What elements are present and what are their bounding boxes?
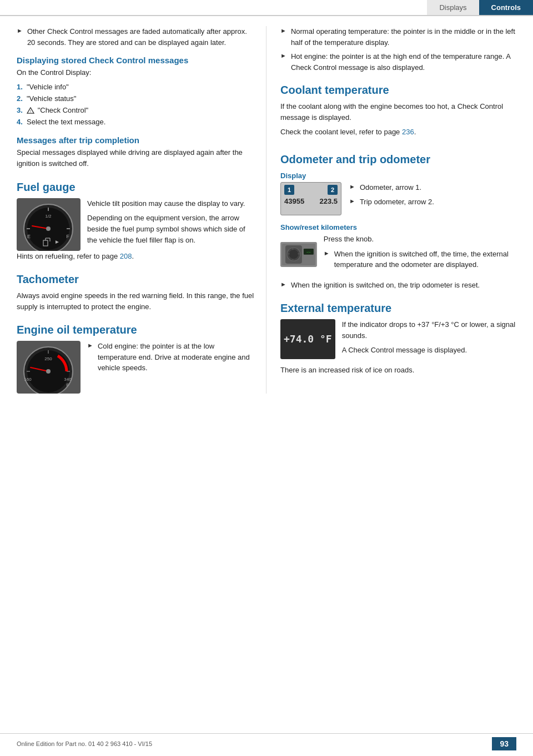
oil-bullet3: ► Hot engine: the pointer is at the high… <box>280 51 522 73</box>
svg-rect-38 <box>298 254 300 255</box>
fuel-gauge-heading: Fuel gauge <box>17 181 255 194</box>
oil-bullet1-arrow: ► <box>87 342 93 349</box>
list-item-3: 3. ! "Check Control" <box>17 105 255 117</box>
odo-bullet2: ► Trip odometer, arrow 2. <box>349 196 434 208</box>
svg-text:F: F <box>67 382 69 387</box>
svg-text:►: ► <box>54 239 60 245</box>
step-text-2: "Vehicle status" <box>27 93 76 105</box>
header-tabs: Displays Controls <box>0 0 533 16</box>
knob-image: --:-- <box>280 234 317 275</box>
svg-text:250: 250 <box>44 356 52 361</box>
step-num-3: 3. <box>17 105 27 117</box>
step-text-1: "Vehicle info" <box>27 82 69 93</box>
oil-bullet2-arrow: ► <box>280 27 286 34</box>
tachometer-heading: Tachometer <box>17 273 255 286</box>
knob-section: --:-- Press the knob. ► When the ignitio… <box>280 234 522 275</box>
ext-temp-text: If the indicator drops to +37 °F/+3 °C o… <box>342 319 522 359</box>
odometer-heading: Odometer and trip odometer <box>280 153 522 166</box>
odo-arrow1: 1 <box>284 185 294 195</box>
page-number: 93 <box>492 737 516 750</box>
knob-bullet1-text: When the ignition is switched off, the t… <box>334 249 522 270</box>
bullet-other-text: Other Check Control messages are faded a… <box>27 26 255 48</box>
step-num-1: 1. <box>17 82 27 93</box>
section1-intro: On the Control Display: <box>17 67 255 78</box>
ext-temp-para2: A Check Control message is displayed. <box>342 345 522 356</box>
oil-bullet3-text: Hot engine: the pointer is at the high e… <box>291 51 522 73</box>
check-control-steps: 1. "Vehicle info" 2. "Vehicle status" 3.… <box>17 82 255 128</box>
fuel-page-link[interactable]: 208 <box>120 252 132 260</box>
knob-text: Press the knob. ► When the ignition is s… <box>324 234 522 273</box>
ext-temp-value: +74.0 °F <box>284 333 332 345</box>
svg-point-29 <box>46 369 51 374</box>
svg-rect-37 <box>288 254 290 255</box>
left-column: ► Other Check Control messages are faded… <box>0 26 266 394</box>
knob-bullet2-text: When the ignition is switched on, the tr… <box>291 280 480 291</box>
display-subheading: Display <box>280 172 522 180</box>
ext-temp-para1: If the indicator drops to +37 °F/+3 °C o… <box>342 319 522 341</box>
knob-bullet1: ► When the ignition is switched off, the… <box>324 249 522 270</box>
fuel-gauge-section: E F 1/2 ► Vehicle tilt position may caus… <box>17 198 255 251</box>
engine-oil-heading: Engine oil temperature <box>17 324 255 336</box>
engine-oil-section: 160 250 340 F ► Cold engine: the pointer… <box>17 341 255 394</box>
svg-rect-36 <box>293 259 294 261</box>
odo-arrow2: 2 <box>328 185 338 195</box>
ext-temp-display: +74.0 °F <box>280 319 335 359</box>
warning-triangle-icon: ! <box>27 107 34 114</box>
odo-bullet2-text: Trip odometer, arrow 2. <box>360 196 434 208</box>
coolant-page-link[interactable]: 236 <box>402 128 414 136</box>
fuel-gauge-image: E F 1/2 ► <box>17 198 81 251</box>
svg-text:160: 160 <box>24 377 32 382</box>
bullet-other-check-control: ► Other Check Control messages are faded… <box>17 26 255 48</box>
coolant-para2: Check the coolant level, refer to page 2… <box>280 127 522 138</box>
page-content: ► Other Check Control messages are faded… <box>0 16 533 394</box>
odo-bullet1-arrow: ► <box>349 183 355 190</box>
coolant-para1: If the coolant along with the engine bec… <box>280 101 522 123</box>
svg-text:F: F <box>66 234 69 239</box>
tab-controls[interactable]: Controls <box>479 0 533 15</box>
odometer-image-wrapper: 1 2 43955 223.5 <box>280 182 341 218</box>
ext-temp-heading: External temperature <box>280 302 522 315</box>
oil-bullet1: ► Cold engine: the pointer is at the low… <box>87 341 255 374</box>
oil-bullet2-text: Normal operating temperature: the pointe… <box>291 26 522 48</box>
coolant-heading: Coolant temperature <box>280 84 522 97</box>
oil-bullet3-arrow: ► <box>280 52 286 59</box>
step-text-3: ! "Check Control" <box>27 105 88 117</box>
svg-rect-35 <box>293 248 294 250</box>
ext-temp-section: +74.0 °F If the indicator drops to +37 °… <box>280 319 522 361</box>
footer: Online Edition for Part no. 01 40 2 963 … <box>0 733 533 750</box>
knob-bullet1-arrow: ► <box>324 250 330 256</box>
press-knob-text: Press the knob. <box>324 234 522 245</box>
svg-point-12 <box>46 226 51 231</box>
knob-bullet2: ► When the ignition is switched on, the … <box>280 280 522 291</box>
right-column: ► Normal operating temperature: the poin… <box>266 26 533 394</box>
svg-text:--:--: --:-- <box>306 251 311 254</box>
list-item-1: 1. "Vehicle info" <box>17 82 255 93</box>
svg-text:E: E <box>27 234 31 239</box>
oil-bullet1-text: Cold engine: the pointer is at the low t… <box>98 341 255 374</box>
odo-numbers-row: 43955 223.5 <box>284 197 338 205</box>
bullet-arrow-icon: ► <box>17 27 23 34</box>
step-text-4: Select the text message. <box>27 117 105 128</box>
section-messages-heading: Messages after trip completion <box>17 135 255 145</box>
svg-point-34 <box>289 250 299 259</box>
odo-bullet1-text: Odometer, arrow 1. <box>360 182 421 193</box>
odo-num1: 43955 <box>284 197 304 205</box>
svg-text:1/2: 1/2 <box>45 214 52 219</box>
svg-text:340: 340 <box>64 377 72 382</box>
step-num-4: 4. <box>17 117 27 128</box>
show-reset-heading: Show/reset kilometers <box>280 223 522 231</box>
odometer-display: 1 2 43955 223.5 <box>280 182 341 215</box>
section2-para: Special messages displayed while driving… <box>17 147 255 169</box>
svg-text:!: ! <box>30 110 31 114</box>
list-item-4: 4. Select the text message. <box>17 117 255 128</box>
odometer-display-section: 1 2 43955 223.5 ► Odometer, arrow 1. ► T… <box>280 182 522 218</box>
fuel-para3: Hints on refueling, refer to page 208. <box>17 251 255 262</box>
knob-bullet2-arrow: ► <box>280 281 286 288</box>
odo-arrows-row: 1 2 <box>284 185 338 195</box>
tab-displays[interactable]: Displays <box>427 0 479 15</box>
footer-text: Online Edition for Part no. 01 40 2 963 … <box>17 740 152 747</box>
ext-temp-para3: There is an increased risk of ice on roa… <box>280 365 522 376</box>
step-num-2: 2. <box>17 93 27 105</box>
oil-bullet2: ► Normal operating temperature: the poin… <box>280 26 522 48</box>
odo-bullet2-arrow: ► <box>349 198 355 204</box>
